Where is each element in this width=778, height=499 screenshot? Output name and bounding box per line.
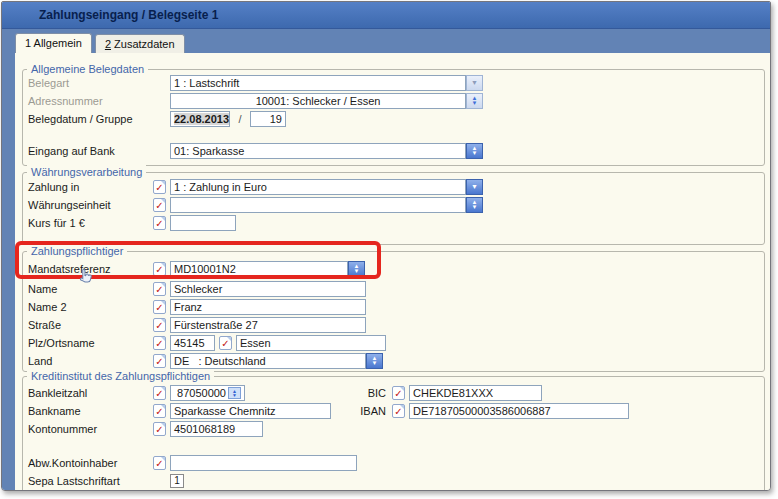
- sepa-lastschriftart-input[interactable]: 1: [170, 474, 184, 488]
- field-row-land: Land ✓ DE : Deutschland ▲▼: [28, 352, 764, 369]
- land-label: Land: [28, 355, 153, 367]
- ortsname-check-icon[interactable]: ✓: [219, 336, 232, 350]
- waehrungseinheit-combobox[interactable]: ▲▼: [170, 197, 483, 213]
- name2-check-icon[interactable]: ✓: [153, 300, 166, 314]
- group-waehrungsverarbeitung: Währungsverarbeitung Zahlung in ✓ 1 : Za…: [22, 172, 765, 245]
- adressnummer-value[interactable]: 10001: Schlecker / Essen: [170, 93, 466, 109]
- left-frame-strip: [2, 53, 15, 491]
- zahlung-in-combobox[interactable]: 1 : Zahlung in Euro ▼: [170, 179, 483, 195]
- belegdatum-input[interactable]: 22.08.2013: [170, 111, 230, 127]
- adressnummer-spinner-icon[interactable]: ▲▼: [466, 93, 483, 109]
- eingang-bank-spinner-icon[interactable]: ▲▼: [466, 143, 483, 159]
- app-window: Zahlungseingang / Belegseite 1 1 Allgeme…: [1, 1, 771, 491]
- mandatsreferenz-combobox[interactable]: MD10001N2 ▲▼: [170, 261, 365, 277]
- land-combobox[interactable]: DE : Deutschland ▲▼: [170, 353, 383, 369]
- iban-check-icon[interactable]: ✓: [392, 404, 405, 418]
- bankleitzahl-value: 87050000: [174, 387, 226, 399]
- bankleitzahl-input[interactable]: 87050000 ▲▼: [170, 385, 245, 401]
- kurs-check-icon[interactable]: ✓: [153, 216, 166, 230]
- waehrungseinheit-value[interactable]: [170, 197, 466, 213]
- eingang-bank-label: Eingang auf Bank: [28, 145, 153, 157]
- group-waehrungsverarbeitung-legend: Währungsverarbeitung: [27, 165, 146, 179]
- plz-check-icon[interactable]: ✓: [153, 336, 166, 350]
- eingang-bank-value[interactable]: 01: Sparkasse: [170, 143, 466, 159]
- name2-input[interactable]: Franz: [170, 299, 366, 315]
- strasse-check-icon[interactable]: ✓: [153, 318, 166, 332]
- field-row-kontonummer: Kontonummer ✓ 4501068189: [28, 420, 764, 437]
- bankname-label: Bankname: [28, 405, 153, 417]
- eingang-bank-combobox[interactable]: 01: Sparkasse ▲▼: [170, 143, 483, 159]
- field-row-bankname-iban: Bankname ✓ Sparkasse Chemnitz IBAN ✓ DE7…: [28, 402, 764, 419]
- adressnummer-combobox[interactable]: 10001: Schlecker / Essen ▲▼: [170, 93, 483, 109]
- kurs-input[interactable]: [170, 215, 236, 231]
- kontonummer-input[interactable]: 4501068189: [170, 421, 263, 437]
- belegart-dropdown-icon[interactable]: ▼: [466, 75, 483, 91]
- abw-kontoinhaber-check-icon[interactable]: ✓: [153, 456, 166, 470]
- group-zahlungspflichtiger-legend: Zahlungspflichtiger: [27, 244, 127, 258]
- tab-zusatzdaten[interactable]: 2 Zusatzdaten: [95, 34, 185, 53]
- plz-ortsname-label: Plz/Ortsname: [28, 337, 153, 349]
- field-row-adressnummer: Adressnummer 10001: Schlecker / Essen ▲▼: [28, 92, 764, 109]
- plz-input[interactable]: 45145: [170, 335, 215, 351]
- group-allgemeine-belegdaten: Allgemeine Belegdaten Belegart 1 : Lasts…: [22, 69, 765, 166]
- strasse-label: Straße: [28, 319, 153, 331]
- belegart-value[interactable]: 1 : Lastschrift: [170, 75, 466, 91]
- bankleitzahl-spinner-icon[interactable]: ▲▼: [228, 387, 241, 399]
- bankleitzahl-check-icon[interactable]: ✓: [153, 386, 166, 400]
- name-check-icon[interactable]: ✓: [153, 282, 166, 296]
- field-row-strasse: Straße ✓ Fürstenstraße 27: [28, 316, 764, 333]
- field-row-sepa-lastschriftart: Sepa Lastschriftart 1: [28, 472, 764, 489]
- belegart-label: Belegart: [28, 77, 153, 89]
- abw-kontoinhaber-input[interactable]: [170, 455, 357, 471]
- abw-kontoinhaber-label: Abw.Kontoinhaber: [28, 457, 153, 469]
- land-spinner-icon[interactable]: ▲▼: [366, 353, 383, 369]
- form-content: Allgemeine Belegdaten Belegart 1 : Lasts…: [15, 53, 770, 491]
- group-kreditinstitut: Kreditinstitut des Zahlungspflichtigen B…: [22, 376, 765, 491]
- belegdatum-label: Belegdatum / Gruppe: [28, 113, 153, 125]
- land-value[interactable]: DE : Deutschland: [170, 353, 366, 369]
- iban-label: IBAN: [360, 405, 386, 417]
- zahlung-in-dropdown-icon[interactable]: ▼: [466, 179, 483, 195]
- name-label: Name: [28, 283, 153, 295]
- tab-allgemein[interactable]: 1 Allgemein: [15, 33, 92, 53]
- waehrungseinheit-check-icon[interactable]: ✓: [153, 198, 166, 212]
- gruppe-input[interactable]: 19: [250, 111, 286, 127]
- bankname-check-icon[interactable]: ✓: [153, 404, 166, 418]
- tab-allgemein-label: 1 Allgemein: [25, 37, 82, 49]
- mandatsreferenz-value[interactable]: MD10001N2: [170, 261, 348, 277]
- mandatsreferenz-spinner-icon[interactable]: ▲▼: [348, 261, 365, 277]
- kurs-label: Kurs für 1 €: [28, 217, 153, 229]
- belegdatum-value: 22.08.2013: [174, 113, 229, 125]
- waehrungseinheit-spinner-icon[interactable]: ▲▼: [466, 197, 483, 213]
- field-row-bankleitzahl-bic: Bankleitzahl ✓ 87050000 ▲▼ BIC ✓ CHEKDE8…: [28, 384, 764, 401]
- land-check-icon[interactable]: ✓: [153, 354, 166, 368]
- bic-group: BIC ✓ CHEKDE81XXX: [360, 384, 542, 401]
- group-zahlungspflichtiger: Zahlungspflichtiger Mandatsreferenz ✓ MD…: [22, 251, 765, 372]
- bic-check-icon[interactable]: ✓: [392, 386, 405, 400]
- field-row-name2: Name 2 ✓ Franz: [28, 298, 764, 315]
- group-kreditinstitut-legend: Kreditinstitut des Zahlungspflichtigen: [27, 369, 214, 383]
- field-row-waehrungseinheit: Währungseinheit ✓ ▲▼: [28, 196, 764, 213]
- zahlung-in-check-icon[interactable]: ✓: [153, 180, 166, 194]
- field-row-kurs: Kurs für 1 € ✓: [28, 214, 764, 231]
- name-input[interactable]: Schlecker: [170, 281, 366, 297]
- field-row-abw-kontoinhaber: Abw.Kontoinhaber ✓: [28, 454, 764, 471]
- name2-label: Name 2: [28, 301, 153, 313]
- zahlung-in-label: Zahlung in: [28, 181, 153, 193]
- zahlung-in-value[interactable]: 1 : Zahlung in Euro: [170, 179, 466, 195]
- strasse-input[interactable]: Fürstenstraße 27: [170, 317, 366, 333]
- bankname-input[interactable]: Sparkasse Chemnitz: [170, 403, 331, 419]
- field-row-belegdatum-gruppe: Belegdatum / Gruppe 22.08.2013 / 19: [28, 110, 764, 127]
- field-row-eingang-bank: Eingang auf Bank 01: Sparkasse ▲▼: [28, 142, 764, 159]
- ortsname-input[interactable]: Essen: [236, 335, 386, 351]
- waehrungseinheit-label: Währungseinheit: [28, 199, 153, 211]
- kontonummer-check-icon[interactable]: ✓: [153, 422, 166, 436]
- bic-input[interactable]: CHEKDE81XXX: [409, 385, 542, 401]
- iban-group: IBAN ✓ DE71870500003586006887: [360, 402, 629, 419]
- field-row-mandatsreferenz: Mandatsreferenz ✓ MD10001N2 ▲▼: [28, 260, 764, 277]
- belegart-combobox[interactable]: 1 : Lastschrift ▼: [170, 75, 483, 91]
- iban-input[interactable]: DE71870500003586006887: [409, 403, 629, 419]
- adressnummer-label: Adressnummer: [28, 95, 153, 107]
- mandatsreferenz-check-icon[interactable]: ✓: [153, 262, 166, 276]
- window-body: Allgemeine Belegdaten Belegart 1 : Lasts…: [2, 53, 770, 491]
